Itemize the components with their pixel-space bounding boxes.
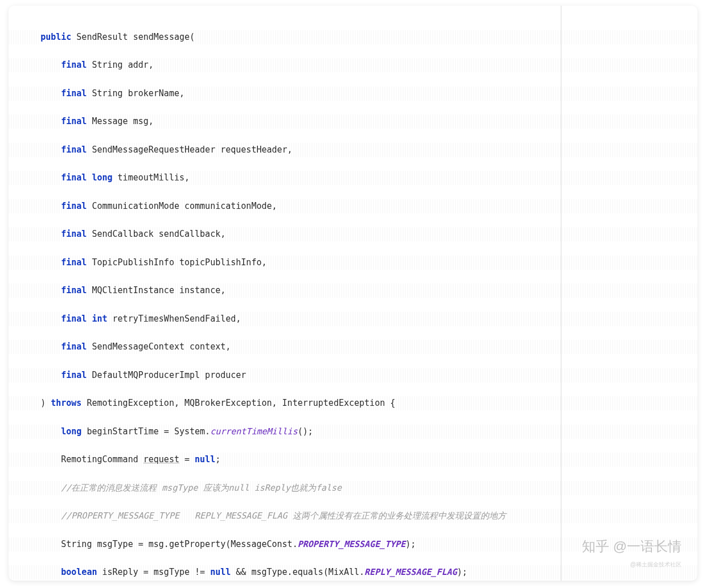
code-line: String msgType = msg.getProperty(Message… bbox=[9, 537, 697, 552]
code-line: final SendCallback sendCallback, bbox=[9, 227, 697, 241]
code-line: //PROPERTY_MESSAGE_TYPE REPLY_MESSAGE_FL… bbox=[9, 509, 697, 523]
watermark-tiny: @稀土掘金技术社区 bbox=[630, 560, 682, 570]
code-editor[interactable]: public SendResult sendMessage( final Str… bbox=[9, 6, 697, 581]
code-line: //在正常的消息发送流程 msgType 应该为null isReply也就为f… bbox=[9, 481, 697, 495]
code-line: final DefaultMQProducerImpl producer bbox=[9, 368, 697, 383]
code-line: final Message msg, bbox=[9, 114, 697, 129]
code-line: final CommunicationMode communicationMod… bbox=[9, 199, 697, 213]
code-line: final int retryTimesWhenSendFailed, bbox=[9, 312, 697, 326]
code-line: final SendMessageContext context, bbox=[9, 340, 697, 354]
code-line: final String addr, bbox=[9, 58, 697, 72]
code-line: final String brokerName, bbox=[9, 87, 697, 101]
code-line: final MQClientInstance instance, bbox=[9, 283, 697, 298]
code-line: final SendMessageRequestHeader requestHe… bbox=[9, 143, 697, 157]
code-block[interactable]: public SendResult sendMessage( final Str… bbox=[9, 6, 697, 581]
code-line: final TopicPublishInfo topicPublishInfo, bbox=[9, 256, 697, 270]
code-line: ) throws RemotingException, MQBrokerExce… bbox=[9, 396, 697, 410]
code-line: long beginStartTime = System.currentTime… bbox=[9, 425, 697, 439]
code-line: public SendResult sendMessage( bbox=[9, 30, 697, 44]
code-line: RemotingCommand request = null; bbox=[9, 453, 697, 467]
code-line: boolean isReply = msgType != null && msg… bbox=[9, 565, 697, 579]
code-line: final long timeoutMillis, bbox=[9, 171, 697, 185]
